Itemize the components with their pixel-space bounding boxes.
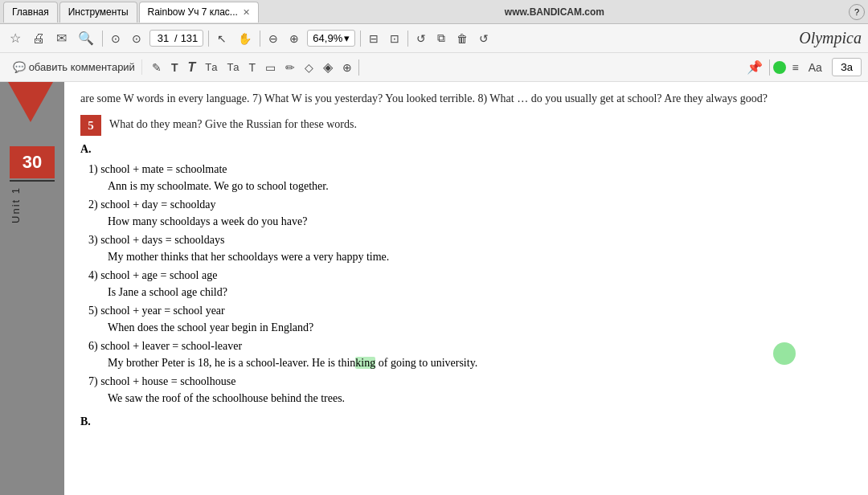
- pencil-tool[interactable]: ✎: [149, 59, 165, 76]
- item-formula: school + leaver = school-leaver: [100, 340, 242, 352]
- page-number-badge: 30: [10, 146, 55, 178]
- page-total: 131: [181, 32, 199, 44]
- rotate-icon[interactable]: ↺: [413, 31, 429, 47]
- comment-icon: 💬: [13, 61, 26, 73]
- item-number: 1): [88, 163, 100, 175]
- pdf-content: are some W words in every language. 7) W…: [64, 82, 868, 495]
- tab-glavnaya[interactable]: Главная: [3, 2, 58, 22]
- list-item: 1) school + mate = schoolmate Ann is my …: [88, 161, 844, 194]
- page-number-container: 30 Unit 1: [10, 146, 55, 223]
- text-tool-2[interactable]: T: [184, 59, 199, 76]
- add-comment-label: обавить комментарий: [29, 61, 135, 73]
- item-number: 2): [88, 198, 100, 211]
- zoom-in-icon[interactable]: ⊕: [286, 31, 302, 47]
- divider: [769, 59, 770, 76]
- section-b-label: B.: [80, 413, 844, 430]
- tab-label: Rainbow Уч 7 клас...: [148, 6, 238, 18]
- tab-bar: Главная Инструменты Rainbow Уч 7 клас...…: [0, 0, 868, 24]
- exercise5-instruction: What do they mean? Give the Russian for …: [109, 113, 357, 133]
- text-tool-ta2[interactable]: Tа: [223, 59, 242, 75]
- toolbar2: 💬 обавить комментарий ✎ T T Tа Tа T ▭ ✏ …: [0, 53, 868, 82]
- list-item: 7) school + house = schoolhouse We saw t…: [88, 373, 844, 407]
- item-sentence: Is Jane a school age child?: [108, 284, 844, 301]
- section-a-label: A.: [80, 141, 844, 158]
- pen-tool[interactable]: ✏: [282, 59, 298, 76]
- item-sentence: How many schooldays a week do you have?: [108, 213, 844, 230]
- refresh-icon[interactable]: ↺: [476, 31, 492, 47]
- tab-rainbow[interactable]: Rainbow Уч 7 клас... ✕: [139, 2, 259, 22]
- stamp-tool[interactable]: ⊕: [339, 59, 355, 76]
- bandicam-banner: www.BANDICAM.com: [260, 6, 849, 18]
- word-items-list: 1) school + mate = schoolmate Ann is my …: [80, 161, 844, 407]
- rect-tool[interactable]: ▭: [262, 59, 279, 76]
- email-icon[interactable]: ✉: [53, 29, 70, 47]
- za-button[interactable]: За: [832, 58, 862, 76]
- nav-down-icon[interactable]: ⊙: [129, 31, 145, 47]
- copy-icon[interactable]: ⧉: [434, 30, 448, 47]
- item-sentence: Ann is my schoolmate. We go to school to…: [108, 178, 844, 194]
- fit-width-icon[interactable]: ⊡: [387, 31, 403, 47]
- main-area: 30 Unit 1 are some W words in every lang…: [0, 82, 868, 495]
- bookmark-triangle: [8, 82, 53, 122]
- highlight-tool[interactable]: ◈: [320, 58, 336, 76]
- exercise5-header: 5 What do they mean? Give the Russian fo…: [80, 113, 844, 136]
- item-number: 7): [88, 375, 100, 387]
- text-tool-3[interactable]: T: [246, 59, 260, 76]
- item-formula: school + house = schoolhouse: [100, 375, 235, 387]
- page-current[interactable]: 31: [155, 32, 171, 44]
- delete-icon[interactable]: 🗑: [453, 31, 471, 47]
- item-formula: school + days = schooldays: [100, 234, 224, 246]
- fit-page-icon[interactable]: ⊟: [366, 31, 382, 47]
- color-picker[interactable]: [773, 61, 786, 74]
- list-item: 4) school + age = school age Is Jane a s…: [88, 267, 844, 301]
- print-icon[interactable]: 🖨: [29, 30, 48, 47]
- brand-logo: Olympica: [799, 29, 862, 47]
- tab-label: Главная: [12, 6, 49, 18]
- page-number-line: [10, 180, 55, 182]
- eraser-tool[interactable]: ◇: [301, 59, 317, 76]
- divider: [208, 31, 209, 47]
- divider: [102, 31, 103, 47]
- zoom-level[interactable]: 64,9%: [313, 32, 342, 44]
- search-icon[interactable]: 🔍: [75, 29, 97, 47]
- tab-label: Инструменты: [68, 6, 129, 18]
- zoom-dropdown-icon[interactable]: ▾: [344, 32, 350, 44]
- lines-icon[interactable]: ≡: [789, 59, 802, 76]
- nav-up-icon[interactable]: ⊙: [108, 31, 124, 47]
- unit-label: Unit 1: [10, 186, 22, 223]
- item-number: 4): [88, 269, 100, 281]
- text-tool-1[interactable]: T: [168, 59, 182, 76]
- list-item: 5) school + year = school year When does…: [88, 302, 844, 336]
- left-sidebar: 30 Unit 1: [0, 82, 64, 495]
- page-separator: /: [174, 32, 178, 44]
- item-sentence: My brother Peter is 18, he is a school-l…: [108, 354, 844, 371]
- aa-font[interactable]: Aa: [805, 59, 825, 76]
- text-tool-ta[interactable]: Tа: [202, 59, 220, 75]
- item-number: 3): [88, 234, 100, 246]
- add-comment-button[interactable]: 💬 обавить комментарий: [6, 59, 142, 75]
- cursor-tool[interactable]: ↖: [214, 31, 230, 47]
- item-sentence: My mother thinks that her schooldays wer…: [108, 248, 844, 265]
- item-number: 6): [88, 340, 100, 352]
- item-formula: school + day = schoolday: [100, 198, 215, 211]
- list-item: 6) school + leaver = school-leaver My br…: [88, 338, 844, 371]
- item-formula: school + age = school age: [100, 269, 217, 281]
- toolbar1: ☆ 🖨 ✉ 🔍 ⊙ ⊙ 31 / 131 ↖ ✋ ⊖ ⊕ 64,9% ▾ ⊟ ⊡…: [0, 24, 868, 53]
- zoom-out-icon[interactable]: ⊖: [265, 31, 281, 47]
- divider: [260, 31, 260, 47]
- help-button[interactable]: ?: [849, 4, 865, 20]
- star-icon[interactable]: ☆: [6, 29, 24, 47]
- pin-icon[interactable]: 📌: [743, 58, 766, 76]
- divider: [358, 59, 359, 76]
- list-item: 3) school + days = schooldays My mother …: [88, 231, 844, 265]
- exercise5-number: 5: [80, 115, 101, 136]
- tab-close-icon[interactable]: ✕: [243, 7, 250, 18]
- zoom-level-group: 64,9% ▾: [307, 30, 355, 47]
- item-number: 5): [88, 305, 100, 317]
- hand-tool[interactable]: ✋: [235, 31, 255, 47]
- item-formula: school + mate = schoolmate: [100, 163, 227, 175]
- divider: [360, 31, 361, 47]
- list-item: 2) school + day = schoolday How many sch…: [88, 196, 844, 230]
- divider: [407, 31, 408, 47]
- tab-instrumenty[interactable]: Инструменты: [59, 2, 137, 22]
